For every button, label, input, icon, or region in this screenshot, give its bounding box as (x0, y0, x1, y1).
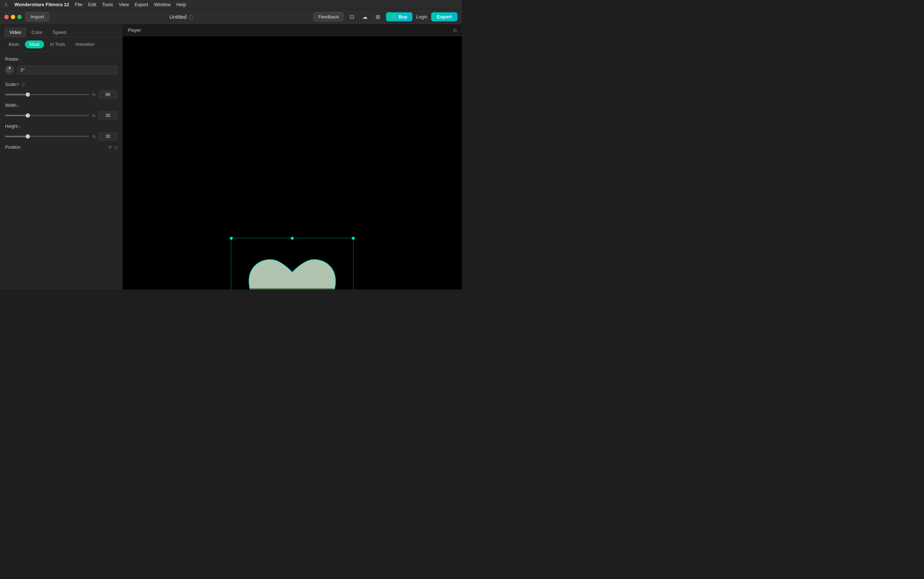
sync-icon: ◯ (189, 15, 193, 20)
rotate-label: Rotate (5, 57, 18, 62)
width-slider[interactable] (5, 115, 89, 116)
rotate-header: Rotate ◇ (5, 57, 117, 62)
menubar:  Wondershare Filmora 12 File Edit Tools… (0, 0, 462, 10)
position-keyframe-icon[interactable]: ◇ (114, 145, 117, 150)
grid-icon[interactable]: ⊞ (373, 12, 382, 22)
rotate-control (5, 65, 117, 75)
height-unit: % (92, 134, 96, 139)
scale-value-input[interactable] (98, 91, 117, 98)
rotate-dial[interactable] (5, 65, 15, 75)
cart-icon: 🛒 (391, 14, 397, 20)
traffic-lights (4, 15, 22, 19)
heart-mask-container (238, 245, 346, 290)
import-button[interactable]: Import (25, 12, 49, 21)
width-keyframe-icon[interactable]: ◇ (16, 104, 19, 108)
scale-slider[interactable] (5, 94, 89, 95)
cloud-icon[interactable]: ☁ (360, 12, 369, 22)
width-slider-row: % (5, 111, 117, 119)
svg-rect-2 (249, 288, 336, 290)
menu-file[interactable]: File (75, 2, 82, 7)
menu-export[interactable]: Export (135, 2, 148, 7)
rotate-value-input[interactable] (17, 66, 117, 74)
right-panel: Player ⊡ (122, 25, 462, 290)
handle-tl[interactable] (230, 237, 233, 240)
export-button[interactable]: Export (431, 12, 457, 21)
subtab-basic[interactable]: Basic (4, 41, 23, 48)
menu-window[interactable]: Window (154, 2, 171, 7)
height-slider[interactable] (5, 136, 89, 137)
menu-edit[interactable]: Edit (88, 2, 96, 7)
handle-tm[interactable] (291, 237, 294, 240)
scale-keyframe-icon[interactable]: ◇ (22, 82, 25, 87)
minimize-button[interactable] (11, 15, 15, 19)
handle-tr[interactable] (352, 237, 355, 240)
position-label: Position (5, 145, 21, 150)
subtab-ai-tools[interactable]: AI Tools (46, 41, 69, 48)
height-slider-row: % (5, 132, 117, 141)
player-header: Player ⊡ (122, 25, 462, 36)
width-label: Width (5, 103, 16, 108)
menu-view[interactable]: View (119, 2, 129, 7)
scale-header: Scale ⟳ ◇ (5, 82, 117, 87)
scale-unit: % (92, 92, 96, 97)
feedback-button[interactable]: Feedback (313, 12, 343, 21)
titlebar: Import Untitled ◯ Feedback ⊡ ☁ ⊞ 🛒 Buy L… (0, 10, 462, 25)
close-button[interactable] (4, 15, 9, 19)
tab-video[interactable]: Video (4, 28, 26, 37)
rotate-keyframe-icon[interactable]: ◇ (18, 57, 21, 61)
project-title: Untitled (170, 14, 186, 20)
width-unit: % (92, 113, 96, 118)
width-header: Width ◇ (5, 103, 117, 108)
height-value-input[interactable] (98, 132, 117, 141)
sub-tabs: Basic Mask AI Tools Animation (0, 38, 122, 52)
apple-icon:  (3, 2, 9, 7)
left-panel: Video Color Speed Basic Mask AI Tools An… (0, 25, 122, 290)
height-label: Height (5, 124, 18, 129)
heart-svg (238, 245, 346, 290)
maximize-button[interactable] (17, 15, 22, 19)
svg-rect-1 (249, 260, 336, 288)
height-header: Height ◇ (5, 124, 117, 129)
main-tabs: Video Color Speed (0, 25, 122, 38)
tab-color[interactable]: Color (26, 28, 47, 37)
titlebar-right: Feedback ⊡ ☁ ⊞ 🛒 Buy Login Export (313, 12, 457, 22)
tab-speed[interactable]: Speed (47, 28, 72, 37)
position-reset-icon[interactable]: ⟳ (108, 145, 112, 150)
subtab-mask[interactable]: Mask (25, 41, 44, 48)
player-canvas (122, 36, 462, 290)
player-title: Player (128, 28, 450, 33)
menu-tools[interactable]: Tools (102, 2, 113, 7)
buy-button[interactable]: 🛒 Buy (386, 12, 412, 21)
position-header: Position ⟳ ◇ (5, 145, 117, 150)
height-keyframe-icon[interactable]: ◇ (18, 124, 21, 129)
subtab-animation[interactable]: Animation (71, 41, 98, 48)
scale-slider-row: % (5, 91, 117, 98)
expand-icon[interactable]: ⊡ (453, 28, 457, 33)
screen-icon[interactable]: ⊡ (347, 12, 356, 22)
login-button[interactable]: Login (416, 14, 428, 20)
scale-reset-icon[interactable]: ⟳ (16, 82, 20, 87)
scale-label: Scale (5, 82, 16, 87)
menu-help[interactable]: Help (176, 2, 186, 7)
width-value-input[interactable] (98, 111, 117, 119)
app-name: Wondershare Filmora 12 (15, 2, 69, 7)
panel-content: Rotate ◇ Scale ⟳ ◇ (0, 52, 122, 290)
